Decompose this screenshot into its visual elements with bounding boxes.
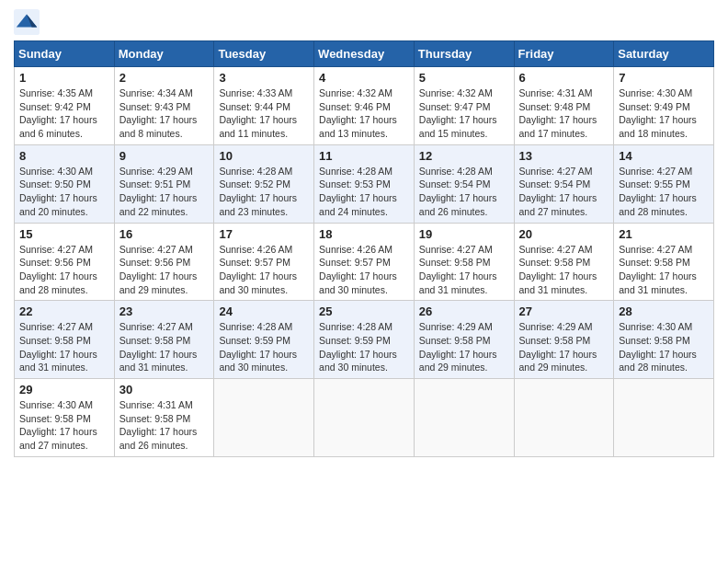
day-number: 23 <box>119 304 210 318</box>
day-number: 13 <box>519 149 609 163</box>
day-info: Sunrise: 4:29 AMSunset: 9:51 PMDaylight:… <box>119 166 198 217</box>
day-number: 5 <box>419 71 509 85</box>
day-number: 9 <box>119 149 210 163</box>
calendar-week-row: 22 Sunrise: 4:27 AMSunset: 9:58 PMDaylig… <box>15 301 714 379</box>
day-number: 15 <box>19 227 109 241</box>
day-number: 16 <box>119 227 210 241</box>
logo-icon <box>14 9 40 35</box>
column-header-wednesday: Wednesday <box>314 41 415 67</box>
calendar-cell <box>414 379 514 457</box>
day-info: Sunrise: 4:27 AMSunset: 9:58 PMDaylight:… <box>619 244 697 295</box>
logo <box>14 9 43 35</box>
column-header-saturday: Saturday <box>614 41 714 67</box>
calendar-cell: 30 Sunrise: 4:31 AMSunset: 9:58 PMDaylig… <box>114 379 214 457</box>
day-number: 7 <box>619 71 709 85</box>
calendar-cell: 19 Sunrise: 4:27 AMSunset: 9:58 PMDaylig… <box>414 223 514 301</box>
day-number: 17 <box>219 227 309 241</box>
day-info: Sunrise: 4:26 AMSunset: 9:57 PMDaylight:… <box>319 244 397 295</box>
calendar-cell <box>214 379 314 457</box>
calendar-week-row: 29 Sunrise: 4:30 AMSunset: 9:58 PMDaylig… <box>15 379 714 457</box>
day-info: Sunrise: 4:30 AMSunset: 9:58 PMDaylight:… <box>19 399 97 451</box>
calendar-cell: 8 Sunrise: 4:30 AMSunset: 9:50 PMDayligh… <box>15 144 115 223</box>
day-number: 28 <box>619 304 709 318</box>
calendar-cell: 1 Sunrise: 4:35 AMSunset: 9:42 PMDayligh… <box>15 67 115 145</box>
day-number: 22 <box>19 304 109 318</box>
calendar-cell: 10 Sunrise: 4:28 AMSunset: 9:52 PMDaylig… <box>214 144 314 223</box>
day-info: Sunrise: 4:32 AMSunset: 9:46 PMDaylight:… <box>319 87 397 139</box>
calendar-table: SundayMondayTuesdayWednesdayThursdayFrid… <box>14 40 714 457</box>
calendar-week-row: 8 Sunrise: 4:30 AMSunset: 9:50 PMDayligh… <box>15 144 714 223</box>
day-number: 30 <box>119 383 210 396</box>
day-number: 29 <box>19 383 109 396</box>
day-number: 20 <box>519 227 609 241</box>
day-info: Sunrise: 4:27 AMSunset: 9:56 PMDaylight:… <box>19 244 97 295</box>
day-info: Sunrise: 4:33 AMSunset: 9:44 PMDaylight:… <box>219 87 297 139</box>
calendar-cell: 9 Sunrise: 4:29 AMSunset: 9:51 PMDayligh… <box>114 144 214 223</box>
day-info: Sunrise: 4:27 AMSunset: 9:54 PMDaylight:… <box>519 166 597 217</box>
day-number: 2 <box>119 71 210 85</box>
calendar-cell: 23 Sunrise: 4:27 AMSunset: 9:58 PMDaylig… <box>114 301 214 379</box>
column-header-sunday: Sunday <box>15 41 115 67</box>
calendar-cell: 17 Sunrise: 4:26 AMSunset: 9:57 PMDaylig… <box>214 223 314 301</box>
day-info: Sunrise: 4:27 AMSunset: 9:58 PMDaylight:… <box>419 244 497 295</box>
day-number: 10 <box>219 149 309 163</box>
day-info: Sunrise: 4:27 AMSunset: 9:58 PMDaylight:… <box>519 244 597 295</box>
day-info: Sunrise: 4:30 AMSunset: 9:50 PMDaylight:… <box>19 166 97 217</box>
calendar-cell: 7 Sunrise: 4:30 AMSunset: 9:49 PMDayligh… <box>614 67 714 145</box>
day-info: Sunrise: 4:27 AMSunset: 9:55 PMDaylight:… <box>619 166 697 217</box>
calendar-cell: 16 Sunrise: 4:27 AMSunset: 9:56 PMDaylig… <box>114 223 214 301</box>
day-number: 14 <box>619 149 709 163</box>
day-info: Sunrise: 4:28 AMSunset: 9:59 PMDaylight:… <box>219 321 297 373</box>
calendar-cell: 14 Sunrise: 4:27 AMSunset: 9:55 PMDaylig… <box>614 144 714 223</box>
day-number: 19 <box>419 227 509 241</box>
day-number: 21 <box>619 227 709 241</box>
day-info: Sunrise: 4:30 AMSunset: 9:49 PMDaylight:… <box>619 87 697 139</box>
calendar-cell: 25 Sunrise: 4:28 AMSunset: 9:59 PMDaylig… <box>314 301 415 379</box>
calendar-week-row: 1 Sunrise: 4:35 AMSunset: 9:42 PMDayligh… <box>15 67 714 145</box>
calendar-cell: 21 Sunrise: 4:27 AMSunset: 9:58 PMDaylig… <box>614 223 714 301</box>
day-info: Sunrise: 4:35 AMSunset: 9:42 PMDaylight:… <box>19 87 97 139</box>
day-info: Sunrise: 4:32 AMSunset: 9:47 PMDaylight:… <box>419 87 497 139</box>
column-header-monday: Monday <box>114 41 214 67</box>
day-number: 12 <box>419 149 509 163</box>
calendar-header-row: SundayMondayTuesdayWednesdayThursdayFrid… <box>15 41 714 67</box>
day-number: 4 <box>319 71 409 85</box>
day-number: 1 <box>19 71 109 85</box>
day-number: 26 <box>419 304 509 318</box>
column-header-tuesday: Tuesday <box>214 41 314 67</box>
calendar-cell: 26 Sunrise: 4:29 AMSunset: 9:58 PMDaylig… <box>414 301 514 379</box>
calendar-cell: 15 Sunrise: 4:27 AMSunset: 9:56 PMDaylig… <box>15 223 115 301</box>
calendar-cell: 3 Sunrise: 4:33 AMSunset: 9:44 PMDayligh… <box>214 67 314 145</box>
calendar-cell: 28 Sunrise: 4:30 AMSunset: 9:58 PMDaylig… <box>614 301 714 379</box>
page-header <box>14 9 714 35</box>
calendar-week-row: 15 Sunrise: 4:27 AMSunset: 9:56 PMDaylig… <box>15 223 714 301</box>
calendar-cell: 29 Sunrise: 4:30 AMSunset: 9:58 PMDaylig… <box>15 379 115 457</box>
calendar-cell: 12 Sunrise: 4:28 AMSunset: 9:54 PMDaylig… <box>414 144 514 223</box>
calendar-cell: 20 Sunrise: 4:27 AMSunset: 9:58 PMDaylig… <box>514 223 614 301</box>
day-number: 3 <box>219 71 309 85</box>
column-header-thursday: Thursday <box>414 41 514 67</box>
day-info: Sunrise: 4:29 AMSunset: 9:58 PMDaylight:… <box>519 321 597 373</box>
day-number: 25 <box>319 304 409 318</box>
day-info: Sunrise: 4:28 AMSunset: 9:52 PMDaylight:… <box>219 166 297 217</box>
day-info: Sunrise: 4:28 AMSunset: 9:54 PMDaylight:… <box>419 166 497 217</box>
day-info: Sunrise: 4:29 AMSunset: 9:58 PMDaylight:… <box>419 321 497 373</box>
day-info: Sunrise: 4:31 AMSunset: 9:48 PMDaylight:… <box>519 87 597 139</box>
calendar-cell: 27 Sunrise: 4:29 AMSunset: 9:58 PMDaylig… <box>514 301 614 379</box>
day-info: Sunrise: 4:31 AMSunset: 9:58 PMDaylight:… <box>119 399 198 451</box>
calendar-cell: 2 Sunrise: 4:34 AMSunset: 9:43 PMDayligh… <box>114 67 214 145</box>
day-info: Sunrise: 4:28 AMSunset: 9:53 PMDaylight:… <box>319 166 397 217</box>
day-info: Sunrise: 4:27 AMSunset: 9:56 PMDaylight:… <box>119 244 198 295</box>
calendar-cell: 13 Sunrise: 4:27 AMSunset: 9:54 PMDaylig… <box>514 144 614 223</box>
calendar-cell: 11 Sunrise: 4:28 AMSunset: 9:53 PMDaylig… <box>314 144 415 223</box>
day-info: Sunrise: 4:34 AMSunset: 9:43 PMDaylight:… <box>119 87 198 139</box>
calendar-cell: 18 Sunrise: 4:26 AMSunset: 9:57 PMDaylig… <box>314 223 415 301</box>
calendar-cell: 4 Sunrise: 4:32 AMSunset: 9:46 PMDayligh… <box>314 67 415 145</box>
day-info: Sunrise: 4:26 AMSunset: 9:57 PMDaylight:… <box>219 244 297 295</box>
calendar-cell <box>514 379 614 457</box>
day-number: 27 <box>519 304 609 318</box>
day-number: 24 <box>219 304 309 318</box>
calendar-cell: 24 Sunrise: 4:28 AMSunset: 9:59 PMDaylig… <box>214 301 314 379</box>
day-info: Sunrise: 4:27 AMSunset: 9:58 PMDaylight:… <box>19 321 97 373</box>
day-info: Sunrise: 4:27 AMSunset: 9:58 PMDaylight:… <box>119 321 198 373</box>
